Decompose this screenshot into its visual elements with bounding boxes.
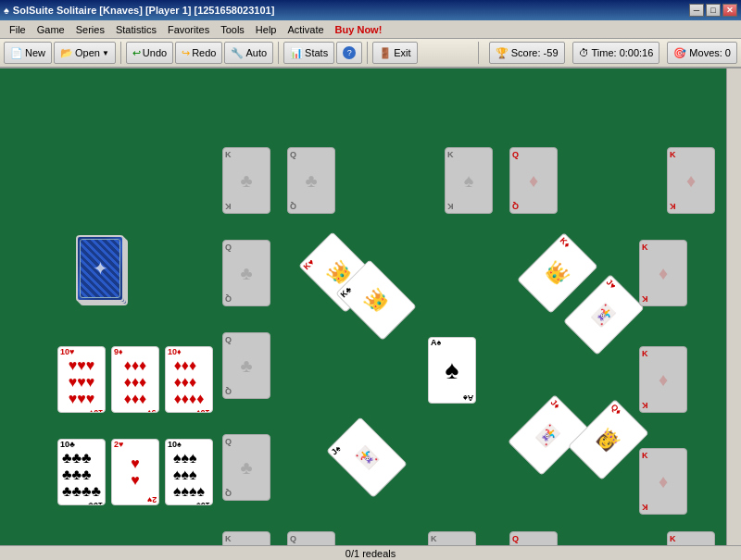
- window-title: SolSuite Solitaire [Knaves] [Player 1] […: [13, 5, 274, 16]
- moves-label: Moves: 0: [689, 47, 731, 58]
- undo-button[interactable]: ↩ Undo: [126, 42, 173, 64]
- card-10h[interactable]: 10♥ ♥♥♥♥♥♥♥♥♥ 10♥: [57, 346, 106, 413]
- foundation-slot-2[interactable]: Q ♣ Q: [287, 147, 335, 214]
- separator-1: [120, 42, 121, 64]
- exit-icon: 🚪: [379, 47, 392, 59]
- right-col-slot-1[interactable]: K ♦ K: [639, 240, 687, 306]
- moves-display: 🎯 Moves: 0: [667, 42, 737, 64]
- bottom-slot-5[interactable]: K ♦ K: [667, 531, 715, 545]
- right-slot-3[interactable]: K ♦ K: [639, 448, 687, 515]
- menu-favorites[interactable]: Favorites: [162, 22, 215, 37]
- undo-icon: ↩: [132, 47, 141, 59]
- title-bar-left: ♠ SolSuite Solitaire [Knaves] [Player 1]…: [4, 5, 274, 16]
- help-icon: ?: [343, 46, 356, 59]
- title-bar: ♠ SolSuite Solitaire [Knaves] [Player 1]…: [0, 0, 741, 20]
- app-icon: ♠: [4, 5, 9, 16]
- minimize-button[interactable]: ─: [689, 4, 704, 17]
- foundation-slot-4[interactable]: Q ♦ Q: [509, 147, 558, 214]
- card-9d[interactable]: 9♦ ♦♦♦♦♦♦♦♦♦ 9♦: [111, 346, 159, 413]
- menu-game[interactable]: Game: [31, 22, 70, 37]
- stats-label: Stats: [305, 47, 328, 58]
- auto-button[interactable]: 🔧 Auto: [224, 42, 273, 64]
- separator-4: [478, 42, 479, 64]
- undo-label: Undo: [143, 47, 167, 58]
- game-area[interactable]: K ♣ K Q ♣ Q K ♠ K Q ♦ Q K ♦ K ✦ ✦ ✦: [0, 68, 741, 545]
- mid-col-slot-1[interactable]: Q ♣ Q: [222, 332, 270, 399]
- score-label: Score: -59: [511, 47, 559, 58]
- right-slot-2[interactable]: K ♦ K: [639, 346, 687, 413]
- redeals-text: 0/1 redeals: [345, 548, 396, 559]
- menu-series[interactable]: Series: [70, 22, 110, 37]
- new-button[interactable]: 📄 New: [4, 42, 52, 64]
- menu-help[interactable]: Help: [250, 22, 283, 37]
- maximize-button[interactable]: □: [706, 4, 721, 17]
- help-button[interactable]: ?: [336, 42, 362, 64]
- status-panel: 🏆 Score: -59 ⏱ Time: 0:00:16 🎯 Moves: 0: [475, 42, 737, 64]
- exit-button[interactable]: 🚪 Exit: [372, 42, 417, 64]
- score-icon: 🏆: [496, 47, 509, 59]
- auto-label: Auto: [245, 47, 267, 58]
- card-as[interactable]: A♠ ♠ A♠: [428, 337, 476, 404]
- new-icon: 📄: [10, 47, 23, 59]
- open-dropdown-icon[interactable]: ▼: [102, 49, 109, 57]
- close-button[interactable]: ✕: [722, 4, 737, 17]
- bottom-slot-2[interactable]: Q ♣ Q: [287, 531, 335, 545]
- auto-icon: 🔧: [231, 47, 244, 59]
- card-10d[interactable]: 10♦ ♦♦♦♦♦♦♦♦♦♦ 10♦: [165, 346, 213, 413]
- time-label: Time: 0:00:16: [592, 47, 654, 58]
- title-bar-controls: ─ □ ✕: [689, 4, 737, 17]
- separator-2: [278, 42, 279, 64]
- redo-icon: ↪: [182, 47, 190, 59]
- bottom-slot-1[interactable]: K ♣ K: [222, 531, 270, 545]
- bottom-slot-3[interactable]: K ♠ K: [428, 531, 476, 545]
- time-display: ⏱ Time: 0:00:16: [572, 42, 660, 64]
- menu-tools[interactable]: Tools: [215, 22, 250, 37]
- card-2h[interactable]: 2♥ ♥♥ 2♥: [111, 439, 159, 505]
- bottom-status-bar: 0/1 redeals: [0, 545, 741, 560]
- menu-activate[interactable]: Activate: [282, 22, 329, 37]
- scrollbar-vertical[interactable]: [726, 68, 741, 545]
- card-js-rotated[interactable]: J♠ 🃏: [326, 404, 408, 485]
- foundation-slot-3[interactable]: K ♠ K: [445, 147, 493, 214]
- bottom-slot-4[interactable]: Q ♦ Q: [509, 531, 558, 545]
- mid-bottom-slot-1[interactable]: Q ♣ Q: [222, 434, 270, 501]
- moves-icon: 🎯: [673, 47, 686, 59]
- new-label: New: [25, 47, 45, 58]
- time-icon: ⏱: [579, 47, 589, 58]
- open-icon: 📂: [60, 47, 73, 59]
- stats-icon: 📊: [290, 47, 303, 59]
- mid-slot-1[interactable]: Q ♣ Q: [222, 240, 270, 306]
- separator-3: [367, 42, 368, 64]
- open-button[interactable]: 📂 Open ▼: [54, 42, 116, 64]
- foundation-slot-5[interactable]: K ♦ K: [667, 147, 715, 214]
- redo-button[interactable]: ↪ Redo: [175, 42, 222, 64]
- menu-buynow[interactable]: Buy Now!: [330, 22, 388, 37]
- menu-file[interactable]: File: [4, 22, 31, 37]
- menu-bar: File Game Series Statistics Favorites To…: [0, 20, 741, 39]
- foundation-slot-1[interactable]: K ♣ K: [222, 147, 270, 214]
- redo-label: Redo: [192, 47, 216, 58]
- card-10s[interactable]: 10♠ ♠♠♠♠♠♠♠♠♠♠ 10♠: [165, 439, 213, 505]
- toolbar: 📄 New 📂 Open ▼ ↩ Undo ↪ Redo 🔧 Auto 📊 St…: [0, 39, 741, 68]
- card-10c[interactable]: 10♣ ♣♣♣♣♣♣♣♣♣♣ 10♣: [57, 439, 106, 505]
- score-display: 🏆 Score: -59: [489, 42, 565, 64]
- open-label: Open: [75, 47, 100, 58]
- deck-card-1[interactable]: ✦: [76, 235, 124, 302]
- menu-statistics[interactable]: Statistics: [110, 22, 162, 37]
- stats-button[interactable]: 📊 Stats: [283, 42, 334, 64]
- exit-label: Exit: [394, 47, 410, 58]
